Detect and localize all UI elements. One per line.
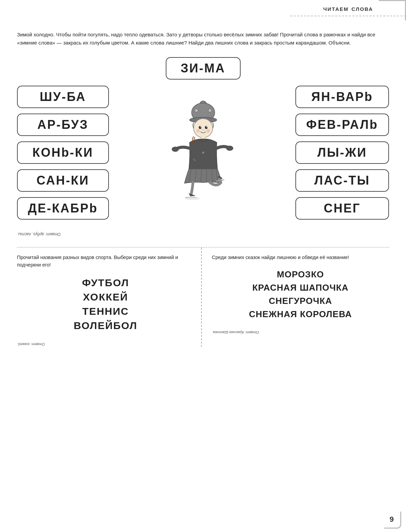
right-word-4: СНЕГ xyxy=(295,197,389,220)
right-word-2: ЛЫ-ЖИ xyxy=(295,141,389,164)
svg-point-12 xyxy=(202,129,204,131)
sport-list: ФУТБОЛ ХОККЕЙ ТЕННИС ВОЛЕЙБОЛ xyxy=(17,277,194,331)
svg-point-4 xyxy=(208,109,212,112)
sport-item-1: ХОККЕЙ xyxy=(83,291,128,303)
left-word-column: ШУ-БА АР-БУЗ КОНb-КИ САН-КИ ДЕ-КАБРb xyxy=(17,86,109,220)
header-area: ЧИТаеМ СЛОВа xyxy=(290,0,406,16)
top-word-label: ЗИ-МА xyxy=(181,61,225,75)
word-grid-section: ЗИ-МА ШУ-БА АР-БУЗ КОНb-КИ САН-КИ ДЕ-КАБ… xyxy=(17,57,389,220)
left-word-4: ДЕ-КАБРb xyxy=(17,197,109,220)
svg-point-10 xyxy=(196,129,200,133)
svg-point-24 xyxy=(226,146,233,151)
answer1-line: Ответ: арбуз, ласты. xyxy=(17,226,389,237)
word-columns-area: ШУ-БА АР-БУЗ КОНb-КИ САН-КИ ДЕ-КАБРb xyxy=(17,86,389,220)
right-word-1: ФЕВ-РАЛb xyxy=(295,114,389,136)
fairy-item-0: МОРОЗКО xyxy=(277,269,324,280)
sport-item-2: ТЕННИС xyxy=(82,306,129,317)
bottom-right-column: Среди зимних сказок найди лишнюю и обвед… xyxy=(202,247,389,347)
bottom-left-answer: Ответ: хоккей. xyxy=(17,342,45,346)
bottom-right-answer: Ответ: Красная Шапочка. xyxy=(212,330,259,334)
page-title: ЧИТаеМ СЛОВа xyxy=(297,4,399,13)
bottom-left-task: Прочитай названия разных видов спорта. В… xyxy=(17,254,194,269)
left-word-2: КОНb-КИ xyxy=(17,141,109,164)
girl-skating-svg xyxy=(162,98,244,207)
bottom-section: Прочитай названия разных видов спорта. В… xyxy=(17,247,389,347)
corner-decoration-bottom xyxy=(384,512,401,529)
svg-point-3 xyxy=(195,109,198,112)
answer1-text: Ответ: арбуз, ласты. xyxy=(17,232,61,237)
fairy-list: МОРОЗКО КРАСНАЯ ШАПОЧКА СНЕГУРОЧКА СНЕЖН… xyxy=(212,269,389,320)
left-word-1: АР-БУЗ xyxy=(17,114,109,136)
center-illustration xyxy=(159,97,247,209)
fairy-item-2: СНЕГУРОЧКА xyxy=(269,296,332,306)
intro-text: Зимой холодно. Чтобы пойти погулять, над… xyxy=(17,31,385,47)
svg-point-9 xyxy=(206,126,207,127)
sport-item-0: ФУТБОЛ xyxy=(82,277,129,289)
right-word-column: ЯН-ВАРb ФЕВ-РАЛb ЛЫ-ЖИ ЛАС-ТЫ СНЕГ xyxy=(295,86,389,220)
svg-point-8 xyxy=(200,126,201,127)
svg-point-5 xyxy=(194,119,213,138)
top-word-box: ЗИ-МА xyxy=(166,57,241,80)
bottom-right-task: Среди зимних сказок найди лишнюю и обвед… xyxy=(212,254,389,261)
fairy-item-1: КРАСНАЯ ШАПОЧКА xyxy=(252,282,348,293)
right-word-3: ЛАС-ТЫ xyxy=(295,169,389,192)
svg-point-11 xyxy=(207,129,210,133)
sport-item-3: ВОЛЕЙБОЛ xyxy=(74,320,137,331)
right-word-0: ЯН-ВАРb xyxy=(295,86,389,108)
bottom-left-column: Прочитай названия разных видов спорта. В… xyxy=(17,247,202,347)
svg-point-23 xyxy=(172,147,179,152)
svg-point-14 xyxy=(202,152,204,154)
svg-point-25 xyxy=(185,197,200,200)
left-word-3: САН-КИ xyxy=(17,169,109,192)
left-word-0: ШУ-БА xyxy=(17,86,109,108)
fairy-item-3: СНЕЖНАЯ КОРОЛЕВА xyxy=(249,309,352,320)
